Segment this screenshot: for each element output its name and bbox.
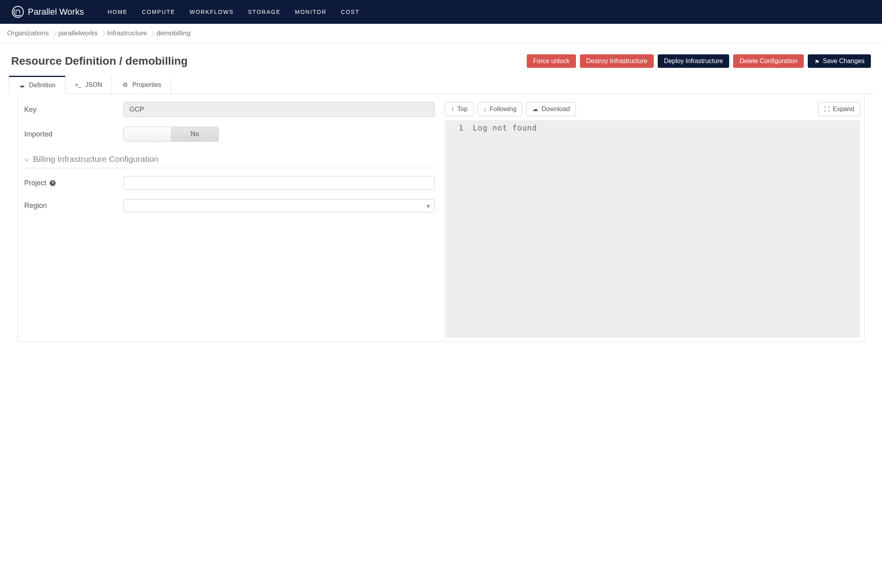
help-icon[interactable]: ? bbox=[50, 180, 56, 186]
arrow-up-icon bbox=[451, 106, 454, 113]
project-input[interactable] bbox=[123, 176, 435, 190]
crumb-infrastructure[interactable]: Infrastructure bbox=[102, 29, 152, 37]
definition-form: Key Imported No Billing Infrastructure C… bbox=[18, 94, 441, 342]
log-following-button[interactable]: Following bbox=[478, 102, 523, 116]
page-title: Resource Definition / demobilling bbox=[11, 55, 188, 67]
billing-config-title: Billing Infrastructure Configuration bbox=[33, 154, 158, 164]
billing-config-section-header[interactable]: Billing Infrastructure Configuration bbox=[24, 151, 435, 168]
region-select[interactable] bbox=[123, 199, 435, 212]
nav-links: HOME COMPUTE WORKFLOWS STORAGE MONITOR C… bbox=[108, 9, 359, 15]
deploy-infrastructure-button[interactable]: Deploy Infrastructure bbox=[658, 54, 730, 68]
nav-workflows[interactable]: WORKFLOWS bbox=[189, 9, 233, 15]
breadcrumb: Organizations parallelworks Infrastructu… bbox=[0, 24, 882, 43]
brand-name: Parallel Works bbox=[28, 7, 84, 17]
brand-logo[interactable]: Parallel Works bbox=[12, 6, 84, 18]
log-expand-button[interactable]: Expand bbox=[818, 102, 860, 116]
crumb-organizations[interactable]: Organizations bbox=[7, 29, 54, 37]
tab-properties-label: Properties bbox=[132, 81, 161, 88]
save-changes-label: Save Changes bbox=[823, 58, 865, 65]
tabs: Definition JSON Properties bbox=[9, 76, 873, 94]
gear-icon bbox=[122, 82, 128, 88]
crumb-parallelworks[interactable]: parallelworks bbox=[54, 29, 102, 37]
destroy-infrastructure-button[interactable]: Destroy Infrastructure bbox=[580, 54, 654, 68]
code-icon bbox=[75, 82, 81, 88]
log-viewer[interactable]: 1 Log not found bbox=[445, 120, 860, 338]
nav-cost[interactable]: COST bbox=[341, 9, 360, 15]
nav-compute[interactable]: COMPUTE bbox=[142, 9, 175, 15]
force-unlock-button[interactable]: Force unlock bbox=[527, 54, 576, 68]
save-changes-button[interactable]: Save Changes bbox=[808, 54, 871, 68]
region-label: Region bbox=[24, 202, 123, 210]
log-toolbar: Top Following Download Expand bbox=[445, 102, 860, 116]
tab-properties[interactable]: Properties bbox=[112, 76, 171, 94]
page-header: Resource Definition / demobilling Force … bbox=[0, 43, 882, 76]
log-line: 1 Log not found bbox=[451, 123, 854, 132]
flag-icon bbox=[814, 58, 820, 64]
imported-toggle-yes bbox=[124, 127, 171, 141]
log-top-button[interactable]: Top bbox=[445, 102, 474, 116]
tab-json[interactable]: JSON bbox=[65, 76, 112, 94]
log-line-text: Log not found bbox=[473, 123, 537, 132]
chevron-down-icon bbox=[24, 156, 30, 162]
key-input bbox=[123, 102, 435, 117]
imported-toggle-no: No bbox=[171, 127, 219, 141]
action-buttons: Force unlock Destroy Infrastructure Depl… bbox=[527, 54, 871, 68]
nav-storage[interactable]: STORAGE bbox=[248, 9, 281, 15]
delete-configuration-button[interactable]: Delete Configuration bbox=[733, 54, 804, 68]
nav-monitor[interactable]: MONITOR bbox=[295, 9, 327, 15]
arrow-down-icon bbox=[483, 106, 487, 113]
content-panel: Key Imported No Billing Infrastructure C… bbox=[17, 94, 865, 342]
cloud-icon bbox=[19, 82, 25, 88]
crumb-demobilling[interactable]: demobilling bbox=[152, 29, 195, 37]
project-label: Project ? bbox=[24, 179, 123, 187]
imported-toggle[interactable]: No bbox=[123, 127, 219, 142]
top-navbar: Parallel Works HOME COMPUTE WORKFLOWS ST… bbox=[0, 0, 882, 24]
imported-label: Imported bbox=[24, 130, 123, 138]
tab-definition[interactable]: Definition bbox=[9, 76, 65, 94]
tab-definition-label: Definition bbox=[29, 82, 56, 89]
key-label: Key bbox=[24, 106, 123, 114]
logo-swirl-icon bbox=[12, 6, 24, 18]
log-download-button[interactable]: Download bbox=[526, 102, 576, 116]
nav-home[interactable]: HOME bbox=[108, 9, 127, 15]
log-line-number: 1 bbox=[451, 123, 463, 132]
cloud-download-icon bbox=[532, 106, 538, 113]
tab-json-label: JSON bbox=[85, 81, 102, 88]
log-panel: Top Following Download Expand bbox=[441, 94, 864, 342]
expand-icon bbox=[824, 106, 830, 113]
